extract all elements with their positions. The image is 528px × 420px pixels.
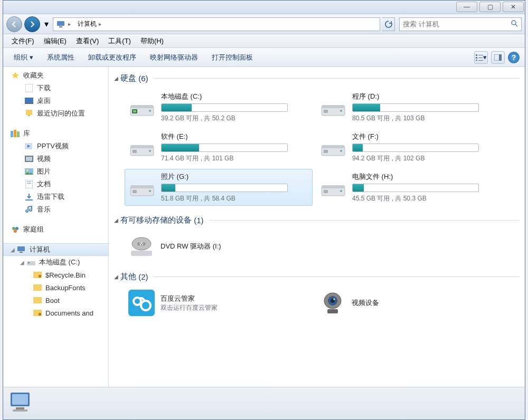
svg-rect-24 xyxy=(25,180,33,188)
menu-view[interactable]: 查看(V) xyxy=(72,35,103,47)
drive-item[interactable]: 照片 (G:) 51.8 GB 可用 , 共 58.4 GB xyxy=(125,169,313,206)
sidebar-item-documents[interactable]: 文档 xyxy=(3,178,108,190)
menu-edit[interactable]: 编辑(E) xyxy=(40,35,71,47)
preview-pane-button[interactable] xyxy=(491,51,505,64)
drive-name: 照片 (G:) xyxy=(161,172,309,182)
sidebar-item-recent[interactable]: 最近访问的位置 xyxy=(3,107,108,120)
sidebar-libraries[interactable]: 库 xyxy=(3,127,108,140)
svg-rect-61 xyxy=(133,190,137,193)
svg-rect-15 xyxy=(26,110,32,115)
video-device[interactable]: 视频设备 xyxy=(316,287,504,319)
category-removable[interactable]: ◢ 有可移动存储的设备 (1) xyxy=(114,212,520,228)
capacity-bar xyxy=(352,103,479,112)
webcam-icon xyxy=(319,289,346,317)
svg-rect-7 xyxy=(478,55,483,55)
sidebar-homegroup[interactable]: 家庭组 xyxy=(3,223,108,236)
search-box[interactable] xyxy=(399,17,522,31)
drive-name: 软件 (E:) xyxy=(161,132,309,141)
map-drive-button[interactable]: 映射网络驱动器 xyxy=(145,51,203,64)
menu-help[interactable]: 帮助(H) xyxy=(136,35,168,47)
capacity-text: 94.2 GB 可用 , 共 102 GB xyxy=(352,154,500,163)
dvd-drive[interactable]: DVD DVD RW 驱动器 (I:) xyxy=(125,231,313,262)
address-computer-icon[interactable]: ▸ xyxy=(53,18,74,31)
drive-item[interactable]: 文件 (F:) 94.2 GB 可用 , 共 102 GB xyxy=(316,129,504,166)
folder-icon xyxy=(33,283,42,292)
back-button[interactable] xyxy=(6,16,22,32)
sidebar-item-drive-c[interactable]: ◢本地磁盘 (C:) xyxy=(3,256,108,269)
drive-item[interactable]: 软件 (E:) 71.4 GB 可用 , 共 101 GB xyxy=(125,129,313,166)
drive-name: 文件 (F:) xyxy=(352,132,500,141)
svg-rect-27 xyxy=(25,199,33,201)
svg-rect-12 xyxy=(25,84,33,92)
sidebar-item-desktop[interactable]: 桌面 xyxy=(3,94,108,107)
film-icon xyxy=(24,155,34,163)
search-input[interactable] xyxy=(403,20,508,28)
capacity-text: 51.8 GB 可用 , 共 58.4 GB xyxy=(161,194,309,203)
drive-icon xyxy=(128,174,156,201)
menu-file[interactable]: 文件(F) xyxy=(7,35,39,47)
address-bar[interactable]: ▸ 计算机▸ xyxy=(53,17,380,31)
drive-icon xyxy=(128,93,156,121)
expand-icon: ◢ xyxy=(11,247,16,253)
sidebar-item-recycle[interactable]: $Recycle.Bin xyxy=(3,269,108,281)
sidebar-item-pptv[interactable]: PPTV视频 xyxy=(3,140,108,152)
uninstall-button[interactable]: 卸载或更改程序 xyxy=(83,51,142,64)
titlebar: — ▢ ✕ xyxy=(3,1,525,14)
drive-name: 程序 (D:) xyxy=(352,92,500,101)
drive-item[interactable]: 程序 (D:) 80.5 GB 可用 , 共 103 GB xyxy=(316,89,504,126)
svg-rect-57 xyxy=(324,150,328,153)
address-segment[interactable]: 计算机▸ xyxy=(74,18,105,31)
baidu-cloud[interactable]: 百度云管家 双击运行百度云管家 xyxy=(125,287,313,319)
pictures-icon xyxy=(24,167,34,176)
menubar: 文件(F) 编辑(E) 查看(V) 工具(T) 帮助(H) xyxy=(3,34,525,48)
svg-rect-4 xyxy=(476,54,477,56)
computer-icon xyxy=(17,245,26,254)
svg-rect-42 xyxy=(130,105,154,108)
svg-rect-9 xyxy=(478,60,483,61)
menu-tools[interactable]: 工具(T) xyxy=(104,35,135,47)
svg-rect-26 xyxy=(27,183,31,184)
category-harddrives[interactable]: ◢ 硬盘 (6) xyxy=(114,70,520,87)
svg-rect-14 xyxy=(25,103,33,104)
svg-rect-17 xyxy=(14,130,16,137)
svg-rect-65 xyxy=(324,190,328,193)
capacity-text: 45.5 GB 可用 , 共 50.3 GB xyxy=(352,194,500,203)
refresh-button[interactable] xyxy=(382,17,395,31)
blank-icon xyxy=(24,84,34,92)
sidebar-item-downloads[interactable]: 下载 xyxy=(3,82,108,94)
svg-point-56 xyxy=(340,150,342,152)
drive-item[interactable]: 本地磁盘 (C:) 39.2 GB 可用 , 共 50.2 GB xyxy=(125,89,313,126)
sidebar-computer[interactable]: ◢ 计算机 xyxy=(3,243,108,256)
organize-button[interactable]: 组织 ▾ xyxy=(8,51,39,64)
sidebar-favorites[interactable]: 收藏夹 xyxy=(3,69,108,82)
svg-point-23 xyxy=(26,169,29,171)
drive-icon xyxy=(319,93,347,121)
sidebar-item-videos[interactable]: 视频 xyxy=(3,152,108,165)
history-dropdown[interactable]: ▾ xyxy=(42,17,51,32)
sidebar-item-xunlei[interactable]: 迅雷下载 xyxy=(3,190,108,203)
close-button[interactable]: ✕ xyxy=(503,2,524,12)
locked-folder-icon xyxy=(33,309,42,317)
svg-rect-6 xyxy=(476,60,477,61)
control-panel-button[interactable]: 打开控制面板 xyxy=(206,51,258,64)
capacity-text: 39.2 GB 可用 , 共 50.2 GB xyxy=(161,114,309,123)
forward-button[interactable] xyxy=(24,16,40,32)
sidebar-item-music[interactable]: 音乐 xyxy=(3,203,108,216)
minimize-button[interactable]: — xyxy=(456,2,477,12)
help-button[interactable]: ? xyxy=(508,52,520,63)
maximize-button[interactable]: ▢ xyxy=(479,2,501,12)
video-icon xyxy=(24,142,34,150)
svg-rect-77 xyxy=(327,309,338,313)
sidebar-item-boot[interactable]: Boot xyxy=(3,294,108,307)
sidebar-item-pictures[interactable]: 图片 xyxy=(3,165,108,178)
command-bar: 组织 ▾ 系统属性 卸载或更改程序 映射网络驱动器 打开控制面板 ▾ ? xyxy=(3,48,525,67)
explorer-window: — ▢ ✕ ▾ ▸ 计算机▸ 文件(F) 编辑(E) xyxy=(3,0,525,420)
category-other[interactable]: ◢ 其他 (2) xyxy=(114,269,520,285)
system-properties-button[interactable]: 系统属性 xyxy=(42,51,80,64)
drive-item[interactable]: 电脑文件 (H:) 45.5 GB 可用 , 共 50.3 GB xyxy=(316,169,504,206)
view-mode-button[interactable]: ▾ xyxy=(474,51,488,64)
svg-rect-45 xyxy=(133,110,136,112)
sidebar-item-documents-and[interactable]: Documents and xyxy=(3,307,108,319)
music-icon xyxy=(24,205,34,214)
sidebar-item-backupfonts[interactable]: BackupFonts xyxy=(3,281,108,294)
